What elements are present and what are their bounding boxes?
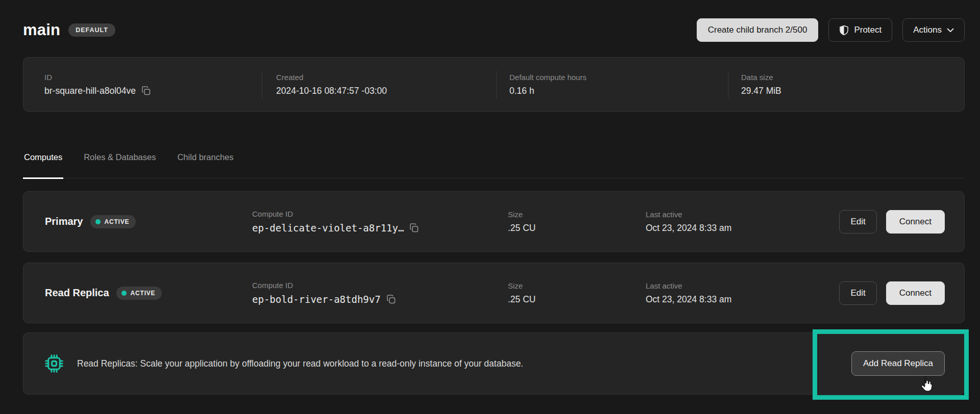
tab-computes[interactable]: Computes [23,152,63,179]
size-cell: Size .25 CU [508,281,646,305]
branch-title-group: main DEFAULT [23,21,115,39]
compute-id-cell: Compute ID ep-delicate-violet-a8r11y… [252,210,508,234]
read-replica-banner: Read Replicas: Scale your application by… [23,332,965,395]
compute-id-label: Compute ID [252,210,508,218]
compute-id-label: Compute ID [252,281,508,290]
edit-button[interactable]: Edit [839,281,876,305]
banner-message: Read Replicas: Scale your application by… [77,358,523,369]
connect-button[interactable]: Connect [886,281,945,305]
created-value: 2024-10-16 08:47:57 -03:00 [276,86,496,96]
data-size-value: 29.47 MiB [741,86,964,96]
page-title: main [23,21,60,39]
compute-hours-value: 0.16 h [509,86,728,96]
created-field: Created 2024-10-16 08:47:57 -03:00 [262,73,496,96]
last-active-label: Last active [646,281,839,290]
topbar-actions: Create child branch 2/500 Protect Action… [697,18,965,42]
connect-button[interactable]: Connect [886,210,945,234]
created-label: Created [276,73,496,82]
branch-id-field: ID br-square-hill-a8ol04ve [23,73,262,96]
branch-id-label: ID [44,73,262,82]
add-read-replica-button[interactable]: Add Read Replica [851,351,945,376]
edit-button[interactable]: Edit [839,210,876,234]
size-label: Size [508,210,646,219]
topbar: main DEFAULT Create child branch 2/500 P… [23,0,965,42]
status-badge: ACTIVE [116,287,162,300]
branch-id-value: br-square-hill-a8ol04ve [44,86,136,96]
copy-icon [409,223,419,233]
data-size-field: Data size 29.47 MiB [728,73,964,96]
row-buttons: Edit Connect [839,281,945,305]
size-value: .25 CU [508,223,646,234]
tab-child-branches[interactable]: Child branches [176,152,234,179]
last-active-label: Last active [646,210,839,219]
data-size-label: Data size [741,73,964,82]
status-text: ACTIVE [131,290,156,297]
shield-icon [839,25,849,36]
copy-branch-id-button[interactable] [141,86,151,96]
size-value: .25 CU [508,294,646,305]
status-dot-icon [95,219,101,224]
copy-compute-id-button[interactable] [409,223,419,233]
size-label: Size [508,281,646,290]
compute-row-primary: Primary ACTIVE Compute ID ep-delicate-vi… [23,191,965,252]
status-text: ACTIVE [105,218,130,225]
last-active-value: Oct 23, 2024 8:33 am [646,294,839,305]
banner-content: Read Replicas: Scale your application by… [45,354,523,373]
default-badge: DEFAULT [68,23,115,37]
branch-detail-page: main DEFAULT Create child branch 2/500 P… [0,0,980,414]
last-active-value: Oct 23, 2024 8:33 am [646,223,839,234]
status-badge: ACTIVE [90,215,136,228]
tab-roles-databases[interactable]: Roles & Databases [83,152,157,179]
copy-compute-id-button[interactable] [386,294,396,304]
compute-name-cell: Primary ACTIVE [45,215,252,228]
compute-hours-label: Default compute hours [509,73,728,82]
create-child-branch-button[interactable]: Create child branch 2/500 [697,18,819,42]
compute-id-value: ep-delicate-violet-a8r11y… [252,222,404,234]
compute-name-cell: Read Replica ACTIVE [45,287,252,300]
compute-row-read-replica: Read Replica ACTIVE Compute ID ep-bold-r… [23,263,965,323]
actions-button[interactable]: Actions [902,18,965,42]
branch-tabs: Computes Roles & Databases Child branche… [23,152,965,178]
copy-icon [386,294,396,304]
protect-button-label: Protect [854,25,881,35]
size-cell: Size .25 CU [508,210,646,234]
row-buttons: Edit Connect [839,210,945,234]
branch-info-card: ID br-square-hill-a8ol04ve Created 2024-… [23,57,965,112]
compute-name: Primary [45,216,83,227]
cpu-chip-icon [45,354,63,373]
copy-icon [141,86,151,96]
compute-id-value: ep-bold-river-a8tdh9v7 [252,294,381,305]
compute-name: Read Replica [45,287,109,299]
compute-id-cell: Compute ID ep-bold-river-a8tdh9v7 [252,281,508,305]
last-active-cell: Last active Oct 23, 2024 8:33 am [646,281,839,305]
last-active-cell: Last active Oct 23, 2024 8:33 am [646,210,839,234]
status-dot-icon [121,291,127,296]
compute-hours-field: Default compute hours 0.16 h [497,73,728,96]
cursor-pointer-icon [917,375,936,396]
protect-button[interactable]: Protect [828,18,892,42]
actions-button-label: Actions [913,25,942,35]
chevron-down-icon [947,28,954,33]
